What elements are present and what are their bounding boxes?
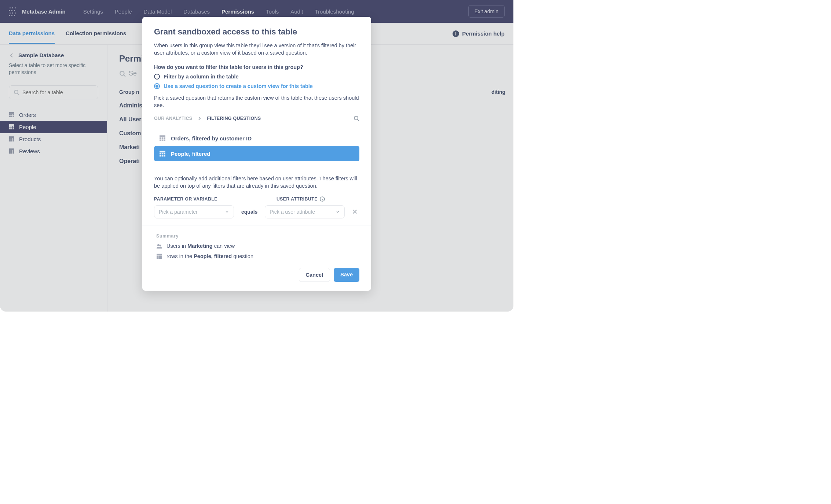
modal-question: How do you want to filter this table for… xyxy=(154,64,359,70)
parameter-select[interactable]: Pick a parameter xyxy=(154,205,234,218)
question-item-orders[interactable]: Orders, filtered by customer ID xyxy=(154,130,359,146)
parameter-placeholder: Pick a parameter xyxy=(159,209,198,215)
attribute-placeholder: Pick a user attribute xyxy=(270,209,315,215)
pick-desc: Pick a saved question that returns the c… xyxy=(154,94,359,109)
table-icon xyxy=(159,150,166,157)
radio-filter-column[interactable]: Filter by a column in the table xyxy=(154,74,359,80)
chevron-right-icon xyxy=(197,115,202,121)
table-icon xyxy=(159,135,166,141)
question-label: People, filtered xyxy=(171,151,211,157)
info-icon[interactable] xyxy=(320,196,325,202)
save-button[interactable]: Save xyxy=(334,268,359,282)
radio-label: Filter by a column in the table xyxy=(164,74,239,80)
radio-saved-question[interactable]: Use a saved question to create a custom … xyxy=(154,83,359,89)
crumb-current: Filtering questions xyxy=(207,116,261,121)
radio-icon xyxy=(154,74,160,80)
question-label: Orders, filtered by customer ID xyxy=(171,135,252,141)
users-icon xyxy=(156,243,162,249)
summary-rows-row: rows in the People, filtered question xyxy=(156,253,359,259)
summary-users-row: Users in Marketing can view xyxy=(156,243,359,249)
radio-label: Use a saved question to create a custom … xyxy=(164,83,313,89)
question-breadcrumb: Our Analytics Filtering questions xyxy=(154,115,359,126)
modal-desc: When users in this group view this table… xyxy=(154,42,359,57)
search-icon[interactable] xyxy=(354,115,359,121)
attribute-label: User attribute xyxy=(277,196,318,202)
question-item-people-filtered[interactable]: People, filtered xyxy=(154,146,359,161)
modal-title: Grant sandboxed access to this table xyxy=(154,27,359,37)
parameter-label: Parameter or variable xyxy=(154,196,234,202)
radio-icon xyxy=(154,83,160,89)
summary-heading: Summary xyxy=(156,233,359,239)
chevron-down-icon xyxy=(225,210,229,214)
cancel-button[interactable]: Cancel xyxy=(299,268,330,282)
remove-filter-button[interactable]: ✕ xyxy=(352,208,358,216)
equals-label: equals xyxy=(241,209,257,215)
svg-rect-10 xyxy=(322,198,322,198)
table-icon xyxy=(156,253,162,259)
extra-filters-desc: You can optionally add additional filter… xyxy=(154,175,359,190)
sandbox-modal: Grant sandboxed access to this table Whe… xyxy=(142,17,371,291)
chevron-down-icon xyxy=(336,210,340,214)
svg-rect-9 xyxy=(322,199,322,200)
attribute-select[interactable]: Pick a user attribute xyxy=(265,205,345,218)
crumb-root[interactable]: Our Analytics xyxy=(154,116,192,121)
